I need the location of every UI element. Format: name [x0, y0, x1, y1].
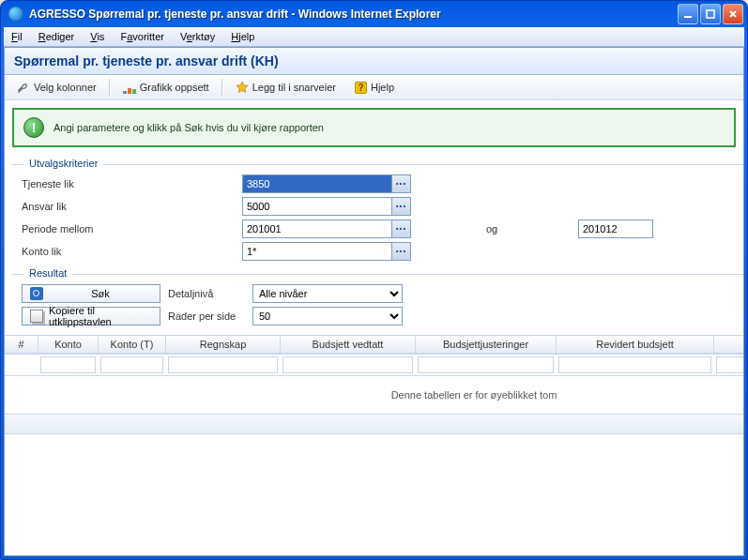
column-regnskap[interactable]: Regnskap — [166, 336, 281, 353]
detail-level-label: Detaljnivå — [168, 288, 245, 299]
menu-verktoy[interactable]: Verktøy — [180, 31, 215, 42]
toolbar-separator — [221, 79, 223, 96]
grid-empty-text: Denne tabellen er for øyeblikket tom — [5, 376, 743, 414]
result-fieldset: Resultat Søk Detaljnivå Alle nivåer — [12, 274, 743, 327]
column-budsjettjusteringer[interactable]: Budsjettjusteringer — [416, 336, 557, 353]
ellipsis-icon: ••• — [396, 204, 406, 209]
periode-from-input[interactable] — [242, 219, 392, 238]
menu-favoritter[interactable]: Favoritter — [120, 31, 163, 42]
ellipsis-icon: ••• — [396, 249, 406, 254]
filter-revidert-budsjett[interactable] — [558, 356, 711, 373]
star-icon — [236, 81, 249, 94]
chart-icon — [123, 81, 136, 94]
page-title: Spørremal pr. tjeneste pr. ansvar drift … — [5, 48, 743, 75]
tjeneste-input[interactable] — [242, 174, 392, 193]
grid-footer: Agress — [5, 414, 743, 434]
search-icon — [30, 287, 43, 300]
info-banner: ! Angi parametere og klikk på Søk hvis d… — [12, 108, 736, 147]
copy-icon — [30, 310, 43, 323]
menu-hjelp[interactable]: Hjelp — [231, 31, 254, 42]
maximize-button[interactable] — [700, 4, 721, 24]
add-shortcut-button[interactable]: Legg til i snarveier — [229, 78, 343, 97]
filter-forbruk[interactable] — [716, 356, 743, 373]
rows-per-page-select[interactable]: 50 — [252, 307, 403, 325]
menubar: Fil Rediger Vis Favoritter Verktøy Hjelp — [4, 27, 744, 47]
help-label: Hjelp — [371, 82, 394, 93]
filter-konto-t[interactable] — [100, 356, 163, 373]
detail-level-select[interactable]: Alle nivåer — [252, 284, 403, 303]
result-row-2: Kopiere til utklippstavlen Rader per sid… — [12, 305, 743, 327]
help-icon: ? — [355, 82, 367, 94]
filter-budsjett-vedtatt[interactable] — [282, 356, 413, 373]
minimize-button[interactable] — [678, 4, 698, 24]
og-label: og — [411, 223, 578, 235]
menu-rediger[interactable]: Rediger — [38, 31, 75, 42]
tjeneste-lookup-button[interactable]: ••• — [392, 174, 411, 193]
criteria-fieldset: Utvalgskriterier Tjeneste lik ••• Ansvar… — [12, 164, 743, 263]
column-forbruk[interactable]: Forbru — [714, 336, 743, 353]
toolbar: Velg kolonner Grafikk oppsett Legg til i… — [5, 75, 743, 100]
result-legend: Resultat — [23, 267, 72, 279]
svg-rect-0 — [684, 16, 692, 18]
criteria-row-tjeneste: Tjeneste lik ••• — [12, 173, 743, 195]
grid-header: # Konto Konto (T) Regnskap Budsjett vedt… — [5, 335, 743, 354]
periode-label: Periode mellom — [22, 223, 242, 235]
filter-konto[interactable] — [40, 356, 96, 373]
svg-rect-1 — [707, 10, 714, 18]
info-icon: ! — [23, 117, 44, 138]
grid-filter-row — [5, 354, 743, 376]
column-konto-t[interactable]: Konto (T) — [99, 336, 166, 353]
chart-setup-button[interactable]: Grafikk oppsett — [116, 78, 216, 97]
ansvar-label: Ansvar lik — [22, 201, 242, 212]
search-button-label: Søk — [49, 288, 152, 299]
add-shortcut-label: Legg til i snarveier — [252, 82, 336, 93]
wrench-icon — [17, 81, 30, 94]
column-num[interactable]: # — [5, 336, 38, 353]
window-title: AGRESSO Spørremal pr. tjeneste pr. ansva… — [29, 8, 441, 21]
ellipsis-icon: ••• — [396, 226, 406, 232]
result-row-1: Søk Detaljnivå Alle nivåer — [12, 282, 743, 305]
criteria-row-ansvar: Ansvar lik ••• — [12, 195, 743, 218]
ie-icon — [8, 7, 23, 22]
ellipsis-icon: ••• — [396, 181, 406, 187]
titlebar[interactable]: AGRESSO Spørremal pr. tjeneste pr. ansva… — [1, 1, 747, 27]
filter-regnskap[interactable] — [168, 356, 278, 373]
copy-clipboard-button[interactable]: Kopiere til utklippstavlen — [22, 307, 160, 325]
konto-input[interactable] — [242, 242, 392, 261]
filter-budsjettjusteringer[interactable] — [418, 356, 554, 373]
close-button[interactable] — [723, 4, 743, 24]
criteria-legend: Utvalgskriterier — [23, 158, 103, 169]
result-grid: # Konto Konto (T) Regnskap Budsjett vedt… — [5, 335, 743, 434]
info-text: Angi parametere og klikk på Søk hvis du … — [53, 122, 324, 133]
konto-label: Konto lik — [22, 246, 242, 257]
choose-columns-button[interactable]: Velg kolonner — [10, 78, 103, 97]
ansvar-lookup-button[interactable]: ••• — [392, 197, 411, 216]
konto-lookup-button[interactable]: ••• — [392, 242, 411, 261]
tjeneste-label: Tjeneste lik — [22, 178, 242, 189]
column-revidert-budsjett[interactable]: Revidert budsjett — [557, 336, 714, 353]
column-budsjett-vedtatt[interactable]: Budsjett vedtatt — [281, 336, 416, 353]
periode-from-lookup-button[interactable]: ••• — [392, 219, 411, 238]
help-button[interactable]: ? Hjelp — [348, 79, 401, 97]
column-konto[interactable]: Konto — [38, 336, 99, 353]
periode-to-input[interactable] — [578, 219, 653, 238]
criteria-row-konto: Konto lik ••• — [12, 240, 743, 263]
ansvar-input[interactable] — [242, 197, 392, 216]
copy-button-label: Kopiere til utklippstavlen — [49, 305, 152, 327]
choose-columns-label: Velg kolonner — [34, 82, 97, 93]
menu-fil[interactable]: Fil — [11, 31, 23, 42]
chart-setup-label: Grafikk oppsett — [140, 82, 209, 93]
criteria-row-periode: Periode mellom ••• og — [12, 218, 743, 240]
search-button[interactable]: Søk — [22, 284, 160, 303]
menu-vis[interactable]: Vis — [90, 31, 104, 42]
rows-per-page-label: Rader per side — [168, 310, 245, 322]
toolbar-separator — [109, 79, 111, 96]
content-scroll[interactable]: Utvalgskriterier Tjeneste lik ••• Ansvar… — [5, 153, 743, 555]
